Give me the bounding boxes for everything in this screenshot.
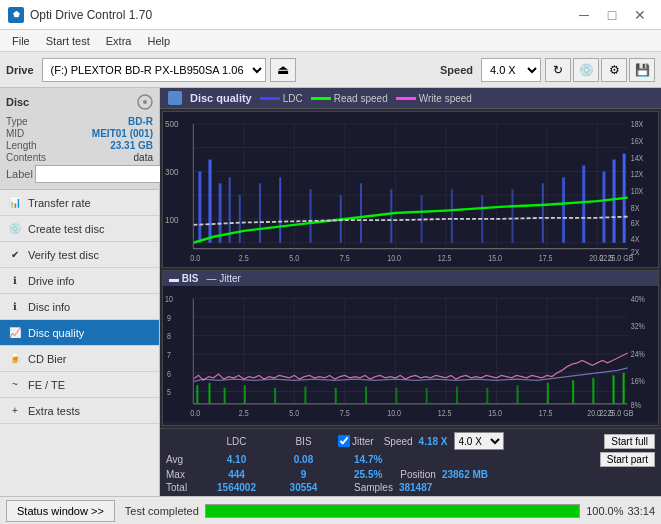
sidebar-item-cd-bier[interactable]: 🍺 CD Bier <box>0 346 159 372</box>
svg-rect-91 <box>224 387 226 403</box>
disc-button[interactable]: 💿 <box>573 58 599 82</box>
minimize-button[interactable]: ─ <box>571 5 597 25</box>
transfer-rate-label: Transfer rate <box>28 197 91 209</box>
charts-area: 500 300 100 18X 16X 14X 12X 10X 8X 6X 4X… <box>160 109 661 428</box>
svg-rect-34 <box>259 183 261 242</box>
transfer-rate-icon: 📊 <box>8 196 22 210</box>
speed-value: 4.18 X <box>419 436 448 447</box>
svg-text:24%: 24% <box>631 349 645 359</box>
max-ldc: 444 <box>204 469 269 480</box>
drive-select: (F:) PLEXTOR BD-R PX-LB950SA 1.06 ⏏ <box>42 58 436 82</box>
speed-dropdown[interactable]: 4.0 X <box>481 58 541 82</box>
read-speed-label: Read speed <box>334 93 388 104</box>
svg-rect-47 <box>602 171 605 242</box>
svg-text:500: 500 <box>165 119 179 130</box>
save-button[interactable]: 💾 <box>629 58 655 82</box>
sidebar: Disc Type BD-R MID MEIT01 (001) Length 2… <box>0 88 160 496</box>
sidebar-item-disc-info[interactable]: ℹ Disc info <box>0 294 159 320</box>
eject-button[interactable]: ⏏ <box>270 58 296 82</box>
status-progress-area: Test completed 100.0% <box>121 504 628 518</box>
svg-text:10.0: 10.0 <box>387 253 401 263</box>
status-time: 33:14 <box>627 505 655 517</box>
jitter-header: Jitter <box>352 436 374 447</box>
status-window-button[interactable]: Status window >> <box>6 500 115 522</box>
content-area: Disc quality LDC Read speed Write speed <box>160 88 661 496</box>
disc-info-panel: Disc Type BD-R MID MEIT01 (001) Length 2… <box>0 88 159 190</box>
svg-text:12X: 12X <box>631 170 644 180</box>
disc-label-input[interactable] <box>35 165 168 183</box>
verify-test-disc-label: Verify test disc <box>28 249 99 261</box>
sidebar-item-create-test-disc[interactable]: 💿 Create test disc <box>0 216 159 242</box>
sidebar-item-drive-info[interactable]: ℹ Drive info <box>0 268 159 294</box>
svg-text:32%: 32% <box>631 321 645 331</box>
svg-rect-98 <box>426 387 428 403</box>
svg-text:100: 100 <box>165 214 179 225</box>
chart1-header: Disc quality LDC Read speed Write speed <box>160 88 661 109</box>
svg-text:8X: 8X <box>631 203 640 213</box>
sidebar-item-fe-te[interactable]: ~ FE / TE <box>0 372 159 398</box>
chart1-svg: 500 300 100 18X 16X 14X 12X 10X 8X 6X 4X… <box>163 112 658 267</box>
sidebar-item-extra-tests[interactable]: + Extra tests <box>0 398 159 424</box>
svg-text:5.0: 5.0 <box>289 253 299 263</box>
speed-section: Speed 4.0 X <box>440 58 541 82</box>
svg-text:7.5: 7.5 <box>340 253 350 263</box>
refresh-button[interactable]: ↻ <box>545 58 571 82</box>
svg-rect-29 <box>198 171 201 242</box>
sidebar-item-disc-quality[interactable]: 📈 Disc quality <box>0 320 159 346</box>
svg-rect-31 <box>219 183 222 242</box>
status-text: Test completed <box>125 505 199 517</box>
svg-text:5: 5 <box>167 387 171 397</box>
svg-rect-95 <box>335 387 337 403</box>
menu-extra[interactable]: Extra <box>98 33 140 49</box>
svg-rect-43 <box>512 189 514 242</box>
svg-text:0.0: 0.0 <box>190 408 200 418</box>
svg-rect-30 <box>208 160 211 243</box>
settings-button[interactable]: ⚙ <box>601 58 627 82</box>
disc-svg-icon <box>137 94 153 110</box>
svg-rect-102 <box>547 382 549 403</box>
menu-file[interactable]: File <box>4 33 38 49</box>
svg-rect-103 <box>572 380 574 404</box>
chart2-container: ▬ BIS — Jitter <box>162 270 659 427</box>
sidebar-item-transfer-rate[interactable]: 📊 Transfer rate <box>0 190 159 216</box>
max-bis: 9 <box>271 469 336 480</box>
sidebar-item-verify-test-disc[interactable]: ✔ Verify test disc <box>0 242 159 268</box>
svg-rect-89 <box>196 385 198 404</box>
status-bar: Status window >> Test completed 100.0% 3… <box>0 496 661 524</box>
toolbar: Drive (F:) PLEXTOR BD-R PX-LB950SA 1.06 … <box>0 52 661 88</box>
max-label: Max <box>166 469 202 480</box>
disc-type-label: Type <box>6 116 28 127</box>
drive-dropdown[interactable]: (F:) PLEXTOR BD-R PX-LB950SA 1.06 <box>42 58 266 82</box>
start-part-button[interactable]: Start part <box>600 452 655 467</box>
bis-legend-label: ▬ BIS <box>169 273 198 284</box>
extra-tests-label: Extra tests <box>28 405 80 417</box>
svg-point-1 <box>143 100 147 104</box>
svg-rect-96 <box>365 386 367 403</box>
disc-mid-row: MID MEIT01 (001) <box>6 128 153 139</box>
svg-rect-92 <box>244 385 246 404</box>
disc-type-row: Type BD-R <box>6 116 153 127</box>
position-label: Position <box>400 469 436 480</box>
total-ldc: 1564002 <box>204 482 269 493</box>
menu-start-test[interactable]: Start test <box>38 33 98 49</box>
svg-rect-36 <box>309 189 311 242</box>
svg-text:12.5: 12.5 <box>438 408 452 418</box>
progress-percent: 100.0% <box>586 505 623 517</box>
chart-icon <box>168 91 182 105</box>
create-test-disc-icon: 💿 <box>8 222 22 236</box>
svg-text:15.0: 15.0 <box>488 253 502 263</box>
start-full-button[interactable]: Start full <box>604 434 655 449</box>
svg-text:18X: 18X <box>631 120 644 130</box>
speed-stat-dropdown[interactable]: 4.0 X <box>454 432 504 450</box>
svg-rect-93 <box>274 387 276 403</box>
disc-contents-label: Contents <box>6 152 46 163</box>
close-button[interactable]: ✕ <box>627 5 653 25</box>
svg-text:5.0: 5.0 <box>289 408 299 418</box>
disc-contents-row: Contents data <box>6 152 153 163</box>
jitter-checkbox[interactable] <box>338 435 350 447</box>
speed-label: Speed <box>384 436 413 447</box>
chart1-container: 500 300 100 18X 16X 14X 12X 10X 8X 6X 4X… <box>162 111 659 268</box>
svg-rect-90 <box>208 382 210 403</box>
maximize-button[interactable]: □ <box>599 5 625 25</box>
menu-help[interactable]: Help <box>139 33 178 49</box>
